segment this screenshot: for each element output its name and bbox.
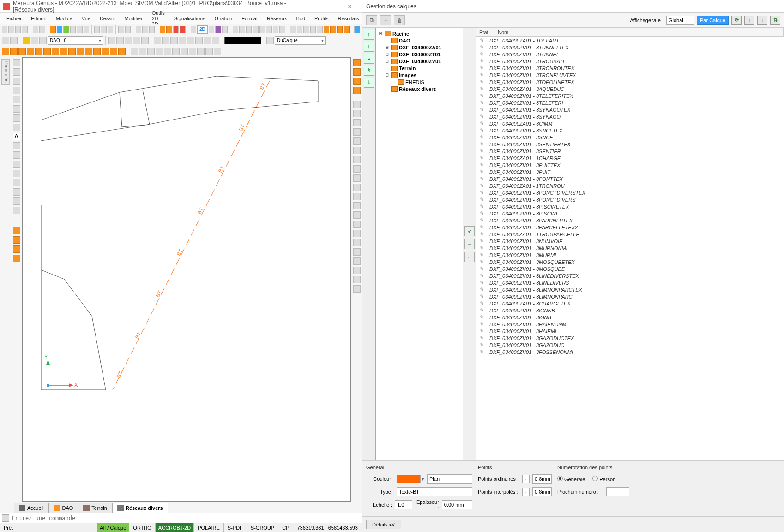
layer-row[interactable]: ✎DXF_034000ZV01 - 3IGNB — [476, 314, 784, 321]
tool-icon[interactable] — [39, 37, 47, 44]
menu-reseaux[interactable]: Réseaux — [263, 15, 290, 22]
tree-node[interactable]: ⊞DXF_034000ZV01 — [377, 58, 462, 65]
move-into-icon[interactable]: ↳ — [364, 54, 374, 64]
menu-modifier[interactable]: Modifier — [121, 15, 146, 22]
tool-icon[interactable] — [118, 26, 124, 33]
tool-icon[interactable] — [13, 255, 20, 262]
snap-icon[interactable] — [35, 48, 42, 55]
snap-icon[interactable] — [118, 48, 126, 55]
tool-icon[interactable] — [209, 26, 214, 33]
close-button[interactable]: ✕ — [340, 1, 359, 12]
snap-icon[interactable] — [68, 48, 76, 55]
tool-icon[interactable] — [195, 37, 203, 44]
tool-icon[interactable] — [297, 26, 302, 33]
menu-dessin[interactable]: Dessin — [96, 15, 119, 22]
layer-row[interactable]: ✎DXF_034000ZV01 - 3GAZODUC — [476, 341, 784, 348]
delete-layer-icon[interactable]: 🗑 — [394, 15, 405, 25]
by-layer-dropdown[interactable]: DuCalque — [275, 36, 326, 45]
layer-row[interactable]: ✎DXF_034000ZV01 - 3PARCNFPTEX — [476, 217, 784, 224]
refresh-icon[interactable]: ⟳ — [731, 16, 742, 25]
tree-node[interactable]: ⊞DXF_034000ZT01 — [377, 51, 462, 58]
zoom-icon[interactable] — [266, 26, 271, 33]
tool-icon[interactable] — [303, 26, 309, 33]
radio-personnalisee[interactable]: Person — [592, 476, 615, 482]
snap-icon[interactable] — [110, 48, 117, 55]
tool-icon[interactable] — [149, 26, 155, 33]
radio-generale[interactable]: Générale — [557, 476, 585, 482]
tool-icon[interactable] — [266, 37, 274, 44]
layer-row[interactable]: ✎DXF_034000ZV01 - 3MOSQUEETEX — [476, 258, 784, 265]
menu-format[interactable]: Format — [238, 15, 261, 22]
zoom-icon[interactable] — [239, 26, 245, 33]
undo-icon[interactable] — [33, 26, 38, 33]
menu-resultats[interactable]: Résultats — [334, 15, 363, 22]
tool-icon[interactable] — [337, 26, 343, 33]
snap-icon[interactable] — [102, 48, 109, 55]
status-ortho[interactable]: ORTHO — [129, 523, 156, 532]
tool-icon[interactable] — [222, 26, 228, 33]
zoom-icon[interactable] — [259, 26, 265, 33]
tool-icon[interactable] — [173, 26, 179, 33]
help-icon[interactable] — [354, 26, 360, 33]
snap-icon[interactable] — [27, 48, 34, 55]
status-cp[interactable]: CP — [278, 523, 293, 532]
tab-reseaux[interactable]: Réseaux divers — [112, 503, 168, 513]
rect-icon[interactable] — [13, 114, 20, 122]
open-icon[interactable] — [8, 26, 14, 33]
arc-icon[interactable] — [13, 78, 20, 85]
status-sgroup[interactable]: S-GROUP — [247, 523, 278, 532]
par-calque-button[interactable]: Par Calque — [697, 16, 729, 25]
tool-icon[interactable] — [13, 227, 20, 234]
layer-row[interactable]: ✎DXF_034000ZV01 - 3TROUBATI — [476, 58, 784, 65]
text-icon[interactable]: A — [13, 133, 20, 140]
arrow-left-icon[interactable]: ← — [464, 252, 475, 262]
layer-row[interactable]: ✎DXF_034000ZV01 - 3TELEFERITEX — [476, 92, 784, 99]
zoom-icon[interactable] — [253, 26, 258, 33]
minimize-button[interactable]: — — [294, 1, 313, 12]
layer-row[interactable]: ✎DXF_034000ZV01 - 3SENTIERTEX — [476, 141, 784, 148]
layer-row[interactable]: ✎DXF_034000ZV01 - 3TRONFLUVTEX — [476, 72, 784, 78]
plan-field[interactable]: Plan — [427, 474, 472, 484]
layer-row[interactable]: ✎DXF_034000ZV01 - 3LIMNONPARC — [476, 293, 784, 300]
bulb-icon[interactable] — [23, 37, 30, 44]
snap-icon[interactable] — [43, 48, 51, 55]
edit-icon[interactable] — [189, 48, 196, 55]
tree-node[interactable]: ⊞DXF_034000ZA01 — [377, 44, 462, 51]
tool-icon[interactable] — [13, 245, 20, 253]
layer-dropdown[interactable]: DAO - 0 — [48, 36, 103, 45]
menu-vue[interactable]: Vue — [78, 15, 94, 22]
tool-icon[interactable] — [162, 37, 169, 44]
tool-icon[interactable] — [125, 37, 132, 44]
cut-icon[interactable] — [94, 26, 100, 33]
menu-module[interactable]: Module — [52, 15, 76, 22]
type-dropdown[interactable]: Texte-BT — [397, 487, 472, 496]
zoom-icon[interactable] — [273, 26, 278, 33]
tool-icon[interactable] — [13, 170, 20, 177]
tool-icon[interactable] — [133, 37, 140, 44]
snap-icon[interactable] — [85, 48, 92, 55]
tool-icon[interactable] — [330, 26, 336, 33]
col-etat[interactable]: Etat — [476, 28, 495, 36]
drawing-canvas[interactable]: BT BT BT BT BT BT BT BT X Y — [22, 57, 351, 502]
snap-icon[interactable] — [52, 48, 59, 55]
tool-icon[interactable] — [108, 37, 115, 44]
edit-icon[interactable] — [197, 48, 205, 55]
tool-icon[interactable] — [142, 26, 148, 33]
layer-row[interactable]: ✎DXF_034000ZV01 - 3MURNONMI — [476, 245, 784, 251]
edit-icon[interactable] — [181, 48, 188, 55]
tool-icon[interactable] — [13, 236, 20, 244]
status-polaire[interactable]: POLAIRE — [194, 523, 224, 532]
move-bottom-icon[interactable]: ⤓ — [364, 78, 374, 88]
color-picker[interactable] — [397, 475, 424, 483]
tool-icon[interactable] — [180, 26, 185, 33]
tab-accueil[interactable]: Accueil — [14, 503, 48, 513]
tool-icon[interactable] — [84, 26, 89, 33]
polyline-icon[interactable] — [13, 68, 20, 76]
layer-row[interactable]: ✎DXF_034000ZV01 - 3PARCELLETEX2 — [476, 224, 784, 231]
tool-icon[interactable] — [154, 37, 161, 44]
tool-icon[interactable] — [57, 26, 62, 33]
layer-row[interactable]: ✎DXF_034000ZV01 - 3LINEDIVERS — [476, 279, 784, 286]
edit-icon[interactable] — [172, 48, 180, 55]
tool-icon[interactable] — [191, 26, 196, 33]
zoom-icon[interactable] — [233, 26, 238, 33]
